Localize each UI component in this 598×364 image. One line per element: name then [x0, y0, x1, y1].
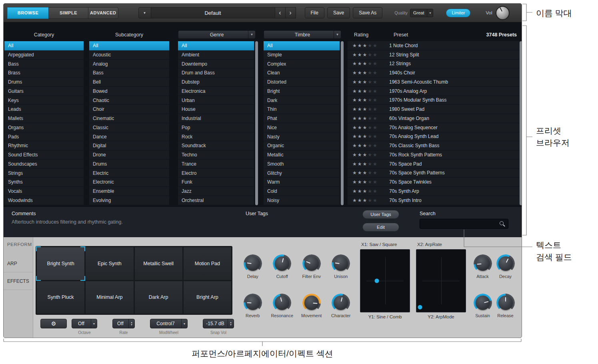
rating-stars[interactable]: ★★★★★: [348, 70, 389, 75]
performance-pad[interactable]: Minimal Arp: [86, 281, 133, 314]
pad-control-value[interactable]: -15.7 dB: [203, 319, 234, 328]
xy-pad[interactable]: [360, 249, 410, 312]
preset-name-field[interactable]: Default: [151, 7, 275, 18]
table-row[interactable]: ★★★★★ 70s Rock Synth Patterns: [348, 150, 520, 160]
list-item[interactable]: Digital: [89, 141, 169, 150]
list-item[interactable]: Glitchy: [264, 169, 340, 178]
table-row[interactable]: ★★★★★ 60s Vintage Organ: [348, 114, 520, 123]
preset-menu-button[interactable]: ▼: [138, 7, 151, 18]
performance-pad[interactable]: Synth Pluck: [37, 281, 84, 314]
table-row[interactable]: ★★★★★ 1940s Choir: [348, 68, 520, 78]
list-item[interactable]: Dark: [264, 96, 340, 105]
list-item[interactable]: Classic: [89, 123, 169, 132]
performance-pad[interactable]: Bright Arp: [184, 281, 231, 314]
rating-stars[interactable]: ★★★★★: [348, 134, 389, 139]
list-item[interactable]: Downtempo: [178, 60, 254, 69]
stepper-arrows-icon[interactable]: [228, 319, 234, 328]
rating-stars[interactable]: ★★★★★: [348, 52, 389, 57]
list-item[interactable]: Simple: [264, 50, 340, 60]
file-action-button[interactable]: Save: [327, 7, 350, 18]
user-tags-button[interactable]: User Tags: [362, 210, 399, 219]
list-item[interactable]: Strings: [4, 169, 84, 178]
list-item[interactable]: Soundtrack: [178, 141, 254, 150]
performance-pad[interactable]: Epic Synth: [86, 247, 133, 280]
list-item[interactable]: Thin: [264, 105, 340, 114]
list-item[interactable]: Dubstep: [178, 78, 254, 87]
list-item[interactable]: Clean: [264, 68, 340, 78]
list-item[interactable]: Arpeggiated: [4, 50, 84, 60]
gear-button[interactable]: ⚙: [40, 319, 67, 328]
table-row[interactable]: ★★★★★ 70s Classic Synth Bass: [348, 141, 520, 150]
envelope-knob[interactable]: [474, 254, 492, 273]
list-item[interactable]: Brass: [4, 68, 84, 78]
list-item[interactable]: Bell: [89, 78, 169, 87]
rating-stars[interactable]: ★★★★★: [348, 198, 389, 203]
list-item[interactable]: All: [264, 41, 340, 50]
macro-knob[interactable]: [273, 294, 291, 312]
stepper-arrows-icon[interactable]: [128, 319, 134, 328]
list-item[interactable]: Ambient: [178, 50, 254, 60]
list-item[interactable]: Acoustic: [89, 50, 169, 60]
list-item[interactable]: Complex: [264, 60, 340, 69]
list-item[interactable]: Evolving: [89, 196, 169, 205]
list-item[interactable]: Cold: [264, 187, 340, 196]
list-item[interactable]: Ensemble: [89, 187, 169, 196]
table-row[interactable]: ★★★★★ 1970s Modular Synth Bass: [348, 96, 520, 105]
list-item[interactable]: Chaotic: [89, 96, 169, 105]
rating-stars[interactable]: ★★★★★: [348, 189, 389, 194]
table-row[interactable]: ★★★★★ 70s Space Synth Patterns: [348, 169, 520, 178]
table-row[interactable]: ★★★★★ 1970s Analog Arp: [348, 87, 520, 96]
list-item[interactable]: Smooth: [264, 160, 340, 169]
pad-control-value[interactable]: Control7: [150, 319, 188, 328]
timbre-scrollbar[interactable]: [341, 41, 344, 205]
list-item[interactable]: Mallets: [4, 114, 84, 123]
table-row[interactable]: ★★★★★ 1963 Semi-Acoustic Thumb: [348, 78, 520, 87]
file-action-button[interactable]: Save As: [353, 7, 382, 18]
list-item[interactable]: Vocals: [4, 187, 84, 196]
list-item[interactable]: Analog: [89, 60, 169, 69]
list-item[interactable]: Distorted: [264, 78, 340, 87]
xy-pad-dot[interactable]: [418, 305, 422, 309]
envelope-knob[interactable]: [496, 294, 515, 312]
macro-knob[interactable]: [244, 294, 262, 312]
table-row[interactable]: ★★★★★ 1980 Sweet Pad: [348, 105, 520, 114]
table-row[interactable]: ★★★★★ 70s Space Pad: [348, 160, 520, 169]
next-preset-button[interactable]: ›: [286, 7, 296, 18]
list-item[interactable]: House: [178, 105, 254, 114]
limiter-button[interactable]: Limiter: [446, 9, 470, 17]
table-row[interactable]: ★★★★★ 70s Synth Arp: [348, 187, 520, 196]
list-item[interactable]: Nasty: [264, 132, 340, 142]
list-item[interactable]: Nice: [264, 123, 340, 132]
rating-stars[interactable]: ★★★★★: [348, 98, 389, 102]
table-row[interactable]: ★★★★★ 1 Note Chord: [348, 41, 520, 50]
section-tab[interactable]: EFFECTS: [4, 272, 33, 290]
edit-button[interactable]: Edit: [362, 223, 399, 232]
list-item[interactable]: Cinematic: [89, 114, 169, 123]
performance-pad[interactable]: Bright Synth: [37, 247, 84, 280]
list-item[interactable]: Drone: [89, 150, 169, 160]
table-row[interactable]: ★★★★★ 70s Synth Intro: [348, 196, 520, 205]
list-item[interactable]: Synths: [4, 178, 84, 187]
list-item[interactable]: Electronic: [89, 178, 169, 187]
macro-knob[interactable]: [302, 254, 321, 273]
list-item[interactable]: Pads: [4, 132, 84, 142]
preset-scrollbar[interactable]: [520, 41, 522, 205]
list-item[interactable]: Metallic: [264, 150, 340, 160]
section-tab[interactable]: PERFORM: [4, 237, 33, 255]
list-item[interactable]: Keys: [4, 96, 84, 105]
list-item[interactable]: All: [178, 41, 254, 50]
list-item[interactable]: Choir: [89, 105, 169, 114]
list-item[interactable]: Rhythmic: [4, 141, 84, 150]
rating-stars[interactable]: ★★★★★: [348, 107, 389, 112]
quality-dropdown[interactable]: Great ▼: [410, 9, 434, 17]
rating-stars[interactable]: ★★★★★: [348, 143, 389, 148]
list-item[interactable]: Drum and Bass: [178, 68, 254, 78]
list-item[interactable]: Orchestral: [178, 196, 254, 205]
prev-preset-button[interactable]: ‹: [275, 7, 286, 18]
list-item[interactable]: Bright: [264, 87, 340, 96]
search-icon[interactable]: [500, 221, 504, 225]
list-item[interactable]: Leads: [4, 105, 84, 114]
list-item[interactable]: Electro: [178, 169, 254, 178]
list-item[interactable]: Electronica: [178, 87, 254, 96]
view-button[interactable]: SIMPLE: [48, 7, 88, 19]
